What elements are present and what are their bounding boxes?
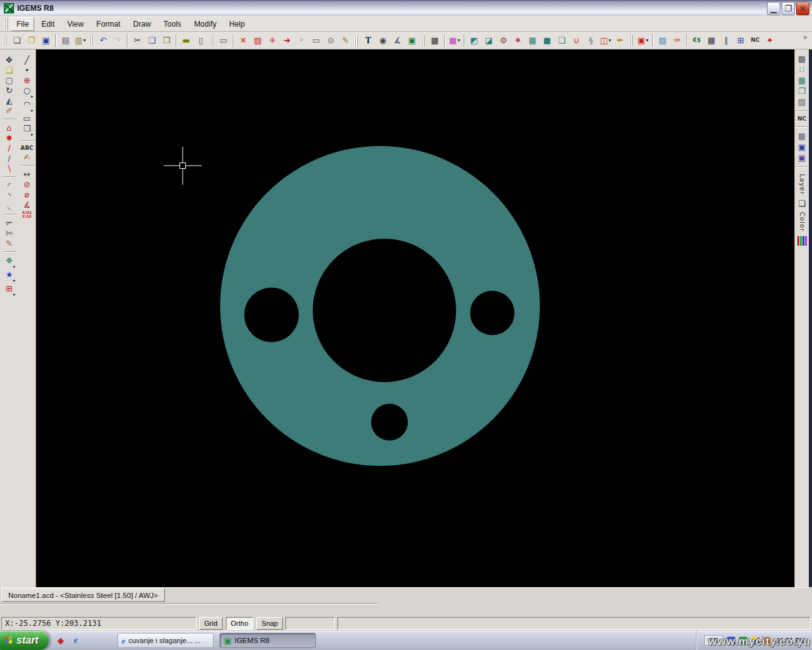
key-icon[interactable]: ⊙ (324, 34, 338, 48)
circle-center-icon[interactable]: ⊕ (20, 76, 35, 84)
snap-toggle[interactable]: Snap (256, 617, 283, 630)
nest-pattern-icon[interactable]: ▩ (794, 55, 809, 63)
note-edit-icon[interactable]: ✍ (20, 153, 35, 161)
new-file-icon[interactable]: ❏ (10, 34, 24, 48)
scale-doc-icon[interactable]: ▯ (193, 34, 208, 48)
machine-tools-icon[interactable]: ⚙ (496, 34, 511, 48)
gradient-swatch-icon[interactable]: ▨ (655, 34, 670, 48)
cut-knife-icon[interactable]: ✒ (613, 34, 627, 48)
nc-export-icon[interactable]: NC (794, 116, 809, 122)
rectangle-icon[interactable]: ▭ (20, 114, 35, 123)
rotate-icon[interactable]: ↻ (2, 86, 17, 95)
copy-icon[interactable]: ❑ (145, 34, 159, 48)
dim-angle-icon[interactable]: ∡ (20, 201, 35, 209)
close-button[interactable]: ✕ (796, 2, 809, 15)
nest-sheet-icon[interactable]: ▦ (794, 76, 809, 84)
move-icon[interactable]: ✥ (2, 56, 17, 64)
color-swatch-icon[interactable]: ■ ▾ (447, 34, 462, 48)
job-plan-icon[interactable]: ▦ (525, 34, 540, 48)
dim-radius-icon[interactable]: ⊘ (20, 180, 35, 189)
menu-edit[interactable]: Edit (36, 17, 60, 31)
select-window-icon[interactable]: ▢ (2, 76, 17, 84)
star-shape-icon[interactable]: ★ ▸ (2, 270, 17, 282)
toolbar-overflow-chevron[interactable]: » (801, 32, 809, 41)
tray-icon[interactable] (751, 637, 759, 645)
block-purple-icon[interactable]: ▣ (794, 154, 809, 162)
toolbar-grip[interactable] (89, 35, 94, 46)
extend-icon[interactable]: ∖ (2, 164, 17, 173)
report-icon[interactable]: ▤ (794, 98, 809, 106)
paste-icon[interactable]: ❒ (159, 34, 174, 48)
dim-ordinate-icon[interactable]: X:01 Y:10 (20, 211, 35, 218)
task-button-igems[interactable]: ▣ IGEMS R8 (219, 633, 316, 648)
magic-wand-icon[interactable]: ✶ (294, 34, 309, 48)
trim-icon[interactable]: ∕ (2, 144, 17, 152)
command-row[interactable] (0, 602, 812, 615)
block-array-icon[interactable]: ◫ ▾ (598, 34, 613, 48)
open-file-icon[interactable]: ❐ (24, 34, 39, 48)
picture-icon[interactable]: ▣ (405, 34, 419, 48)
language-indicator[interactable]: SR (704, 635, 723, 646)
fence-grid-icon[interactable]: ▦ (794, 132, 809, 140)
menu-modify[interactable]: Modify (188, 17, 222, 31)
gift-parts-icon[interactable]: ⊞ ▸ (2, 284, 17, 296)
cost-calc-icon[interactable]: €$ (690, 34, 704, 48)
order-blocks-icon[interactable]: ⊞ (733, 34, 748, 48)
copy-object-icon[interactable]: ❏ (2, 66, 17, 74)
clamp-measure-icon[interactable]: ◪ (481, 34, 496, 48)
explode-icon[interactable]: ✸ (2, 134, 17, 142)
shape-edit-icon[interactable]: ⌂ (2, 124, 17, 132)
lead-in-icon[interactable]: ❖ ▸ (2, 256, 17, 269)
film-sim-icon[interactable]: ▦ (704, 34, 719, 48)
restore-button[interactable]: ❐ (782, 2, 795, 15)
ortho-toggle[interactable]: Ortho (226, 617, 254, 630)
line-icon[interactable]: ╱ (20, 56, 35, 64)
pipes-icon[interactable]: ∥ (719, 34, 733, 48)
delete-hatch-icon[interactable]: ▨ (251, 34, 265, 48)
z-level-icon[interactable]: ∡ (390, 34, 405, 48)
toolbar-grip[interactable] (210, 35, 214, 46)
tray-icon[interactable] (727, 637, 735, 645)
lead-route-icon[interactable]: ∪ (569, 34, 584, 48)
arc-icon[interactable]: ◠ ▸ (20, 100, 35, 112)
print-icon[interactable]: ▤ (58, 34, 73, 48)
cut-icon[interactable]: ✂ (130, 34, 145, 48)
break-icon[interactable]: ✃ (2, 219, 17, 227)
dim-diameter-icon[interactable]: ⌀ (20, 190, 35, 199)
text-abc-icon[interactable]: ABC (20, 145, 35, 151)
toolbar-grip[interactable] (421, 35, 426, 46)
print-setup-icon[interactable]: ▥ ▾ (73, 34, 88, 48)
sheet-hand-icon[interactable]: ❑ (554, 34, 569, 48)
clamp-icon[interactable]: ◩ (467, 34, 481, 48)
color-pens-icon[interactable] (797, 236, 807, 246)
text-icon[interactable]: T (361, 34, 376, 48)
circle-icon[interactable]: ○ ▸ (20, 86, 35, 98)
paint-brush-icon[interactable]: ✑ (670, 34, 684, 48)
menu-help[interactable]: Help (223, 17, 251, 31)
taskbar-clock[interactable]: 11:21 PM (775, 637, 806, 644)
menu-file[interactable]: File (11, 17, 34, 31)
burst-icon[interactable]: ✳ (265, 34, 280, 48)
dim-linear-icon[interactable]: ↔ (20, 170, 35, 178)
part-export-icon[interactable]: ❐ (794, 87, 809, 95)
fillet-icon[interactable]: ◜ (2, 182, 17, 190)
quick-launch-ie-icon[interactable]: e (70, 635, 82, 646)
polygon-icon[interactable]: ❒ ▸ (20, 124, 35, 136)
menu-draw[interactable]: Draw (128, 17, 157, 31)
fillet-zero-icon[interactable]: ◝ (2, 192, 17, 200)
pattern-fill-icon[interactable]: ▩ (428, 34, 442, 48)
menu-tools[interactable]: Tools (158, 17, 187, 31)
nest-parts-icon[interactable]: ∷ (794, 65, 809, 74)
measure-ruler-icon[interactable]: ▬ (179, 34, 193, 48)
document-tab[interactable]: Noname1.acd - <Stainless Steel [1.50] / … (1, 588, 165, 602)
break-point-icon[interactable]: ✄ (2, 229, 17, 237)
break-intersection-icon[interactable]: ✕ (236, 34, 251, 48)
undo-icon[interactable]: ↶ (96, 34, 110, 48)
menu-view[interactable]: View (62, 17, 89, 31)
nc-output-icon[interactable]: NC (748, 34, 763, 48)
drawing-canvas[interactable] (36, 50, 794, 587)
sketch-edit-icon[interactable]: ✎ (338, 34, 353, 48)
start-button[interactable]: start (0, 631, 49, 650)
minimize-button[interactable]: ▁ (767, 2, 780, 15)
drill-icon[interactable]: § (584, 34, 598, 48)
